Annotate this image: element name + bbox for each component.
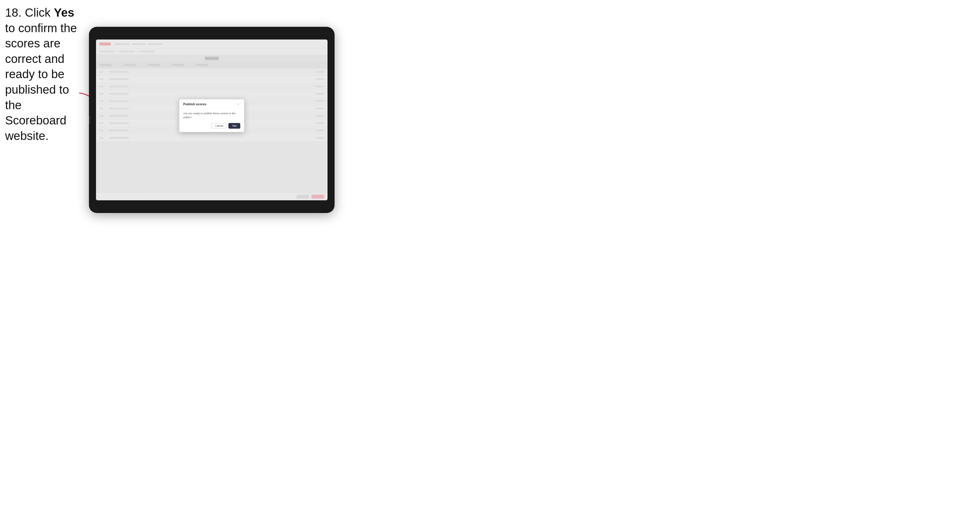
yes-emphasis: Yes — [54, 6, 74, 19]
yes-button[interactable]: Yes — [228, 123, 240, 129]
instruction-prefix: Click — [21, 6, 54, 19]
dialog-message: Are you ready to publish these scores to… — [183, 111, 240, 119]
step-number: 18. — [5, 6, 21, 19]
publish-scores-dialog: Publish scores × Are you ready to publis… — [179, 99, 244, 132]
cancel-button[interactable]: Cancel — [212, 123, 227, 129]
tablet-screen: Publish scores × Are you ready to publis… — [96, 40, 328, 200]
tablet-side-button — [89, 116, 90, 124]
dialog-actions: Cancel Yes — [183, 123, 240, 129]
instruction-suffix: to confirm the scores are correct and re… — [5, 21, 77, 143]
dialog-title: Publish scores — [183, 102, 207, 106]
dialog-header: Publish scores × — [179, 99, 244, 109]
instruction-text: 18. Click Yes to confirm the scores are … — [5, 5, 84, 144]
dialog-body: Are you ready to publish these scores to… — [179, 109, 244, 132]
dialog-overlay: Publish scores × Are you ready to publis… — [96, 40, 328, 200]
tablet-device: Publish scores × Are you ready to publis… — [89, 27, 334, 213]
dialog-close-button[interactable]: × — [236, 102, 240, 106]
